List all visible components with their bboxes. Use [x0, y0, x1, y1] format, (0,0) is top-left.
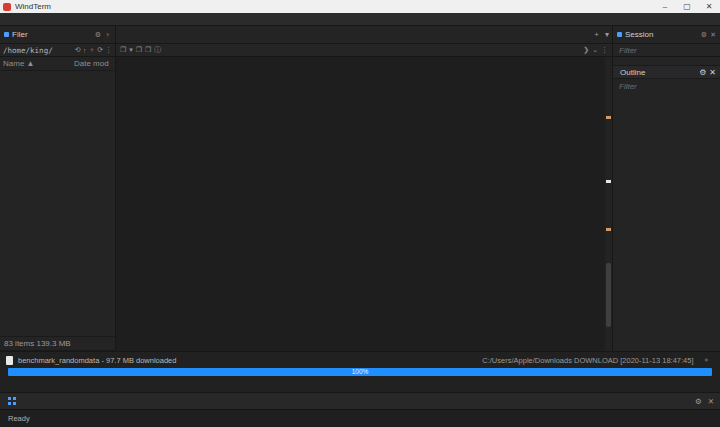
windterm-logo-icon [3, 3, 11, 11]
tab-overflow-icon[interactable]: ▾ [602, 30, 612, 39]
tool-row: /home/king/ ⟲ ↑ ＋ ⟳ ⋮ ❐ ▾ ❐ ❐ ⓘ ❯ ⌄ ⋮ Fi… [0, 44, 720, 57]
filer-path[interactable]: /home/king/ [3, 46, 73, 55]
sort-asc-icon: ▲ [27, 59, 35, 68]
quick-command-toolbar: ⚙ ✕ [0, 392, 720, 409]
transfer-progress-bar: 100% [8, 368, 712, 376]
outline-panel-header: Outline ⚙ ✕ [613, 65, 720, 79]
outline-filter-input[interactable]: Filter [613, 79, 720, 94]
filer-panel-title: Filer [12, 30, 28, 39]
terminal[interactable] [116, 57, 612, 351]
title-bar: WindTerm – ▢ ✕ [0, 0, 720, 13]
maximize-button[interactable]: ▢ [676, 2, 698, 11]
window-title: WindTerm [15, 2, 654, 11]
status-bar: Ready [0, 409, 720, 427]
outline-close-icon[interactable]: ✕ [709, 68, 716, 77]
grid-icon[interactable] [8, 397, 16, 405]
session-filter-input[interactable]: Filter [612, 44, 720, 56]
filer-panel: Name ▲ Date mod 83 items 139.3 MB [0, 57, 116, 351]
filer-toolbar: /home/king/ ⟲ ↑ ＋ ⟳ ⋮ [0, 44, 116, 56]
new-pane-icon[interactable]: ❐ [120, 46, 126, 54]
file-list [0, 71, 115, 336]
split-horizontal-icon[interactable]: ❐ [136, 46, 142, 54]
filer-settings-icon[interactable]: ⚙ [95, 31, 101, 39]
chevron-down-icon[interactable]: ⌄ [592, 46, 598, 54]
filer-status: 83 items 139.3 MB [0, 336, 115, 350]
column-header-name[interactable]: Name ▲ [3, 59, 74, 68]
transfer-progress-label: 100% [8, 368, 712, 376]
transfer-file-name: benchmark_randomdata - 97.7 MB downloade… [18, 356, 477, 365]
terminal-scrollbar[interactable] [605, 57, 612, 351]
filer-column-headers: Name ▲ Date mod [0, 57, 115, 71]
session-settings-icon[interactable]: ⚙ [701, 31, 707, 39]
new-tab-button[interactable]: + [591, 30, 602, 39]
new-folder-icon[interactable]: ＋ [88, 45, 95, 55]
session-close-icon[interactable]: ✕ [710, 31, 716, 39]
session-tree [613, 57, 720, 59]
scrollbar-thumb[interactable] [606, 263, 611, 328]
chevron-right-icon[interactable]: ❯ [583, 46, 589, 54]
column-header-date[interactable]: Date mod [74, 59, 112, 68]
filer-add-icon[interactable]: ＋ [104, 30, 111, 40]
filer-panel-header: Filer ⚙ ＋ [0, 26, 116, 43]
transfer-destination: C:/Users/Apple/Downloads DOWNLOAD [2020-… [482, 356, 693, 365]
transfer-file-icon [6, 356, 13, 365]
scroll-mark [606, 228, 611, 231]
outline-panel-title: Outline [620, 68, 645, 77]
info-icon[interactable]: ⓘ [154, 45, 161, 55]
scroll-mark [606, 116, 611, 119]
toolbar-settings-icon[interactable]: ⚙ [695, 397, 702, 406]
more-icon[interactable]: ⋮ [105, 46, 112, 54]
minimize-button[interactable]: – [654, 2, 676, 11]
windterm-window: WindTerm – ▢ ✕ Filer ⚙ ＋ + ▾ Session ⚙ ✕… [0, 0, 720, 427]
transfer-panel: benchmark_randomdata - 97.7 MB downloade… [0, 351, 720, 392]
pane-dropdown-icon[interactable]: ▾ [129, 46, 133, 54]
outline-settings-icon[interactable]: ⚙ [699, 68, 706, 77]
status-ready: Ready [8, 414, 30, 423]
terminal-toolbar: ❐ ▾ ❐ ❐ ⓘ ❯ ⌄ ⋮ [116, 44, 612, 56]
session-panel-icon [617, 32, 622, 37]
close-button[interactable]: ✕ [698, 2, 720, 11]
up-dir-icon[interactable]: ↑ [83, 47, 87, 54]
toolbar-close-icon[interactable]: ✕ [708, 397, 714, 406]
session-panel-title: Session [625, 30, 653, 39]
split-vertical-icon[interactable]: ❐ [145, 46, 151, 54]
main-area: Name ▲ Date mod 83 items 139.3 MB Outlin… [0, 57, 720, 351]
terminal-more-icon[interactable]: ⋮ [601, 46, 608, 54]
history-icon[interactable]: ⟲ [75, 46, 81, 54]
session-panel-header: Session ⚙ ✕ [612, 26, 720, 43]
tab-row: Filer ⚙ ＋ + ▾ Session ⚙ ✕ [0, 26, 720, 44]
transfer-expand-icon[interactable]: ＋ [699, 355, 715, 365]
scroll-mark [606, 180, 611, 183]
tab-bar [116, 26, 591, 43]
refresh-icon[interactable]: ⟳ [97, 46, 103, 54]
menubar [0, 13, 720, 26]
filer-panel-icon [4, 32, 9, 37]
right-sidebar: Outline ⚙ ✕ Filter [612, 57, 720, 351]
